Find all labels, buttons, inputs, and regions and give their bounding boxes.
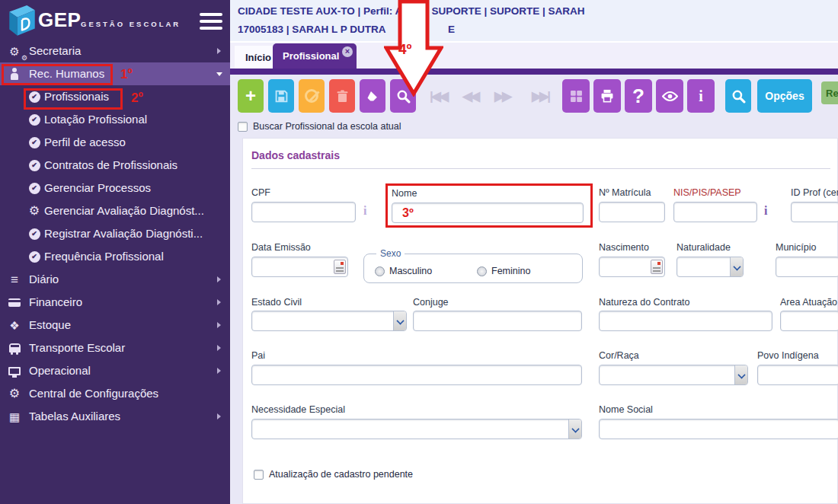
options-button[interactable]: Opções — [757, 79, 812, 113]
chevron-right-icon — [217, 299, 221, 305]
search-school-checkbox[interactable] — [238, 122, 248, 132]
sidebar-item-secretaria[interactable]: ⚙⚙ Secretaria — [0, 40, 230, 62]
nav-next-button[interactable]: ▶▶ — [491, 79, 513, 113]
tab-divider-bar — [230, 69, 838, 75]
chevron-right-icon — [217, 322, 221, 328]
nome-social-input[interactable] — [599, 419, 838, 439]
necessidade-especial-label: Necessidade Especial — [251, 404, 345, 415]
chevron-down-icon — [734, 365, 747, 384]
app-name: GEP — [38, 8, 81, 32]
sidebar-item-transporte-escolar[interactable]: Transporte Escolar — [0, 337, 230, 359]
plus-icon: + — [245, 87, 256, 105]
table-icon: ▦ — [6, 409, 23, 424]
sidebar-item-diario[interactable]: ≡ Diário — [0, 268, 230, 291]
necessidade-especial-select[interactable] — [251, 419, 582, 439]
info-icon[interactable]: i — [363, 204, 366, 218]
help-button[interactable]: ? — [625, 79, 652, 113]
sidebar: GEP GESTÃO ESCOLAR ⚙⚙ Secretaria Rec. Hu… — [0, 0, 230, 504]
floppy-icon — [275, 90, 288, 103]
hamburger-menu-icon[interactable] — [200, 13, 222, 30]
chevron-right-icon — [217, 276, 221, 282]
sidebar-item-profissionais[interactable]: ✔ Profissionais — [0, 85, 230, 108]
sidebar-item-central-configuracoes[interactable]: ⚙ Central de Configurações — [0, 382, 230, 405]
annotation-step3: 3º — [402, 206, 414, 220]
cor-raca-select[interactable] — [599, 365, 748, 385]
box-icon: ❖ — [6, 317, 23, 333]
sidebar-item-rec-humanos[interactable]: Rec. Humanos — [0, 62, 230, 85]
check-circle-icon: ✔ — [26, 89, 43, 104]
masculino-radio[interactable] — [375, 266, 385, 276]
estado-civil-label: Estado Civil — [251, 297, 302, 308]
natureza-contrato-input[interactable] — [599, 311, 772, 331]
tab-profissional[interactable]: Profissional × — [273, 43, 357, 69]
search-button[interactable] — [390, 79, 416, 113]
sidebar-item-tabelas-auxiliares[interactable]: ▦ Tabelas Auxiliares — [0, 405, 230, 428]
check-circle-icon: ✔ — [26, 249, 43, 264]
municipio-label: Município — [776, 242, 817, 253]
delete-button[interactable] — [329, 79, 355, 113]
nome-label: Nome — [392, 188, 417, 199]
sidebar-item-frequencia-profissional[interactable]: ✔ Frequência Profissional — [0, 245, 230, 268]
view-button[interactable] — [656, 79, 683, 113]
sidebar-item-lotacao-profissional[interactable]: ✔ Lotação Profissional — [0, 108, 230, 131]
povo-indigena-input[interactable] — [757, 365, 838, 385]
naturalidade-select[interactable] — [676, 257, 744, 277]
close-icon[interactable]: × — [342, 46, 353, 57]
cpf-label: CPF — [251, 187, 270, 198]
feminino-radio[interactable] — [477, 266, 487, 276]
chevron-right-icon — [217, 345, 221, 351]
area-atuacao-input[interactable] — [780, 311, 838, 331]
estado-civil-select[interactable] — [251, 311, 407, 331]
gear-icon: ⚙ — [26, 203, 43, 219]
pending-update-checkbox[interactable] — [254, 470, 264, 480]
conjuge-input[interactable] — [413, 311, 582, 331]
app-window: GEP GESTÃO ESCOLAR ⚙⚙ Secretaria Rec. Hu… — [0, 0, 838, 504]
grid-view-button[interactable] — [562, 79, 590, 113]
clear-button[interactable] — [360, 79, 385, 113]
id-prof-input[interactable] — [791, 202, 838, 222]
cogs-icon: ⚙⚙ — [6, 43, 23, 59]
nav-previous-button[interactable]: ◀◀ — [459, 79, 481, 113]
chevron-right-icon — [217, 368, 221, 374]
nis-input[interactable] — [673, 202, 757, 222]
pai-input[interactable] — [251, 365, 582, 385]
data-emissao-label: Data Emissão — [251, 242, 311, 253]
cpf-input[interactable] — [251, 202, 356, 222]
cancel-button[interactable] — [299, 79, 325, 113]
nome-input[interactable] — [392, 203, 584, 223]
check-circle-icon: ✔ — [26, 158, 43, 173]
sexo-legend: Sexo — [376, 248, 405, 259]
nav-first-button[interactable]: |◀◀ — [425, 79, 451, 113]
search-secondary-button[interactable] — [725, 79, 751, 113]
calendar-icon[interactable] — [334, 260, 346, 274]
save-button[interactable] — [268, 79, 294, 113]
chevron-down-icon — [393, 311, 406, 330]
add-button[interactable]: + — [238, 79, 264, 113]
calendar-icon[interactable] — [651, 260, 663, 274]
sidebar-item-estoque[interactable]: ❖ Estoque — [0, 314, 230, 337]
matricula-input[interactable] — [599, 202, 665, 222]
povo-indigena-label: Povo Indígena — [757, 350, 819, 361]
search-school-checkbox-label: Buscar Profissional da escola atual — [253, 121, 401, 132]
eraser-icon — [366, 89, 379, 103]
municipio-input[interactable] — [776, 257, 838, 277]
sidebar-item-operacional[interactable]: Operacional — [0, 359, 230, 382]
sidebar-item-registrar-avaliacao[interactable]: ✔ Registrar Avaliação Diagnósti... — [0, 222, 230, 245]
info-icon[interactable]: i — [764, 204, 767, 218]
nis-label: NIS/PIS/PASEP — [673, 187, 741, 198]
registros-button[interactable]: Reg — [821, 81, 838, 104]
nav-last-button[interactable]: ▶▶| — [527, 79, 553, 113]
print-button[interactable] — [593, 79, 621, 113]
sexo-fieldset: Sexo Masculino Feminino — [363, 248, 583, 283]
sidebar-item-perfil-de-acesso[interactable]: ✔ Perfil de acesso — [0, 131, 230, 154]
sidebar-item-gerenciar-processos[interactable]: ✔ Gerenciar Processos — [0, 177, 230, 199]
gep-logo-icon — [6, 4, 38, 39]
check-circle-icon: ✔ — [26, 112, 43, 127]
sidebar-item-financeiro[interactable]: Financeiro — [0, 291, 230, 314]
info-icon: i — [699, 88, 703, 105]
question-icon: ? — [632, 86, 644, 106]
sidebar-item-gerenciar-avaliacao[interactable]: ⚙ Gerenciar Avaliação Diagnóst... — [0, 199, 230, 222]
sidebar-item-contratos[interactable]: ✔ Contratos de Profissionais — [0, 154, 230, 177]
info-button[interactable]: i — [687, 79, 715, 113]
user-info-bar: CIDADE TESTE AUX-TO | Perfil: ADMIN SUPO… — [230, 0, 838, 43]
